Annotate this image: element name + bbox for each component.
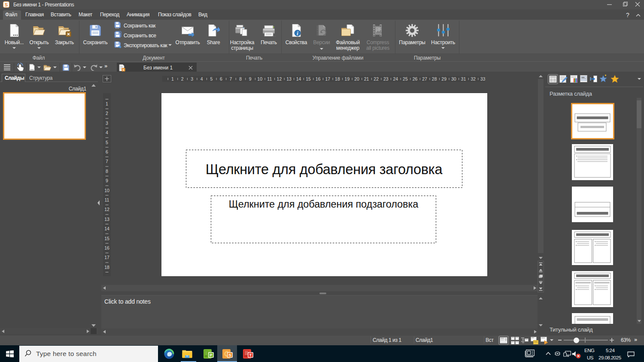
svg-text:16: 16	[104, 245, 109, 250]
svg-text:13: 13	[286, 76, 292, 81]
svg-text:31: 31	[461, 76, 466, 81]
svg-text:7: 7	[106, 159, 108, 164]
svg-text:6: 6	[106, 149, 108, 154]
svg-text:12: 12	[104, 207, 109, 212]
svg-text:9: 9	[249, 76, 252, 81]
svg-text:20: 20	[354, 76, 359, 81]
svg-text:9: 9	[106, 178, 108, 183]
svg-text:11: 11	[267, 76, 272, 81]
svg-text:S: S	[5, 2, 8, 7]
svg-text:8: 8	[239, 76, 242, 81]
svg-text:22: 22	[374, 76, 379, 81]
svg-text:7: 7	[230, 76, 232, 81]
svg-text:14: 14	[104, 226, 109, 231]
svg-text:32: 32	[471, 76, 476, 81]
svg-text:3: 3	[106, 121, 108, 126]
svg-text:14: 14	[296, 76, 301, 81]
svg-text:3: 3	[191, 76, 193, 81]
svg-text:33: 33	[480, 76, 485, 81]
svg-text:5: 5	[106, 140, 108, 145]
svg-text:P: P	[210, 353, 213, 357]
svg-text:27: 27	[422, 76, 427, 81]
svg-text:4: 4	[106, 130, 108, 135]
svg-text:16: 16	[316, 76, 321, 81]
svg-text:1: 1	[171, 76, 174, 81]
svg-text:12: 12	[277, 76, 282, 81]
svg-text:5: 5	[210, 76, 213, 81]
svg-text:17: 17	[325, 76, 330, 81]
svg-text:29: 29	[441, 76, 447, 81]
svg-text:1: 1	[106, 101, 108, 106]
svg-text:T: T	[249, 353, 252, 357]
svg-text:10: 10	[257, 76, 262, 81]
svg-text:15: 15	[104, 236, 109, 241]
svg-text:S: S	[228, 353, 231, 357]
svg-text:s: s	[123, 68, 125, 71]
svg-text:21: 21	[364, 76, 369, 81]
svg-text:28: 28	[432, 76, 437, 81]
svg-text:15: 15	[306, 76, 311, 81]
svg-text:18: 18	[335, 76, 340, 81]
svg-text:17: 17	[104, 255, 109, 260]
svg-text:18: 18	[104, 265, 109, 270]
svg-text:4: 4	[200, 76, 203, 81]
svg-text:2: 2	[181, 76, 184, 81]
svg-text:25: 25	[403, 76, 408, 81]
svg-text:26: 26	[413, 76, 418, 81]
svg-text:19: 19	[345, 76, 350, 81]
svg-text:24: 24	[393, 76, 398, 81]
svg-text:23: 23	[383, 76, 389, 81]
svg-text:11: 11	[105, 197, 109, 202]
svg-text:2: 2	[106, 111, 108, 116]
svg-text:13: 13	[104, 217, 109, 222]
svg-text:30: 30	[451, 76, 456, 81]
svg-text:8: 8	[106, 169, 108, 174]
svg-text:6: 6	[220, 76, 222, 81]
svg-text:10: 10	[104, 188, 109, 193]
